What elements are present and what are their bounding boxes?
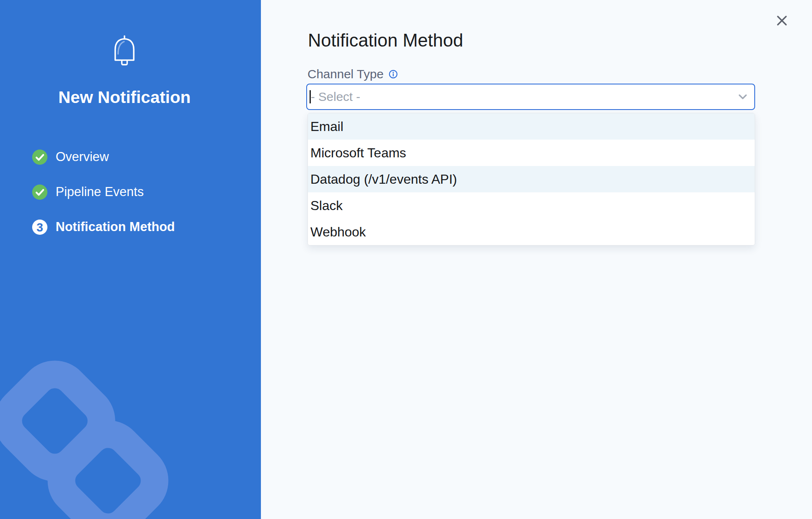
new-notification-modal: New Notification Overview — [0, 0, 812, 519]
dropdown-option-slack[interactable]: Slack — [308, 192, 755, 219]
page-title: Notification Method — [308, 30, 463, 51]
check-icon — [32, 150, 47, 165]
wizard-title: New Notification — [0, 87, 261, 107]
dropdown-option-email[interactable]: Email — [308, 113, 755, 140]
content-panel: Notification Method Channel Type - Selec… — [261, 0, 812, 519]
sidebar: New Notification Overview — [0, 0, 261, 519]
bell-icon — [111, 35, 138, 67]
sidebar-step-notification-method[interactable]: 3 Notification Method — [0, 217, 261, 237]
step-label: Pipeline Events — [56, 185, 144, 199]
dropdown-option-microsoft-teams[interactable]: Microsoft Teams — [308, 140, 755, 166]
channel-type-dropdown: Email Microsoft Teams Datadog (/v1/event… — [307, 113, 755, 245]
channel-type-field-label-row: Channel Type — [307, 67, 398, 82]
dropdown-option-webhook[interactable]: Webhook — [308, 219, 755, 245]
close-button[interactable] — [773, 12, 791, 30]
sidebar-step-pipeline-events[interactable]: Pipeline Events — [0, 182, 261, 202]
step-label: Notification Method — [56, 220, 175, 234]
chevron-down-icon — [739, 94, 747, 99]
check-icon — [32, 185, 47, 200]
step-label: Overview — [56, 150, 109, 164]
step-number-badge: 3 — [32, 220, 47, 235]
select-placeholder: - Select - — [311, 84, 360, 109]
dropdown-option-datadog-v1-events-api-[interactable]: Datadog (/v1/events API) — [308, 166, 755, 192]
close-icon — [777, 15, 787, 26]
screwdriver-logo-watermark — [0, 0, 261, 519]
channel-type-label: Channel Type — [307, 67, 384, 81]
info-icon[interactable] — [389, 70, 398, 79]
sidebar-header — [0, 35, 261, 67]
sidebar-step-overview[interactable]: Overview — [0, 147, 261, 167]
channel-type-select[interactable]: - Select - — [306, 84, 755, 110]
